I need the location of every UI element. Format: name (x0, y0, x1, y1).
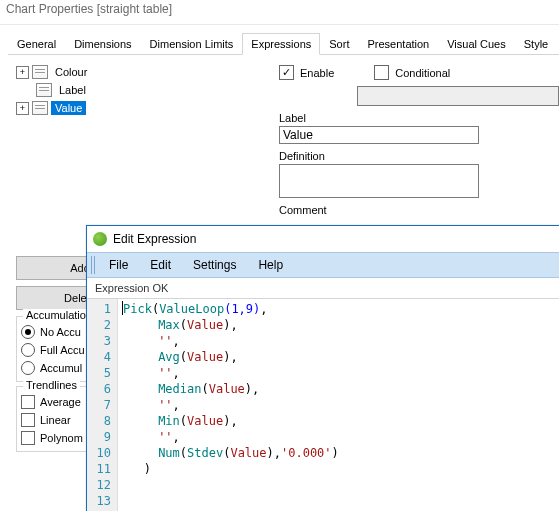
radio-icon (21, 361, 35, 375)
menu-file[interactable]: File (99, 256, 138, 274)
enable-label: Enable (300, 67, 334, 79)
tab-general[interactable]: General (8, 33, 65, 55)
expression-tree[interactable]: + Colour Label + Value (16, 63, 279, 218)
table-icon (36, 83, 52, 97)
tab-dimension-limits[interactable]: Dimension Limits (141, 33, 243, 55)
label-label: Label (279, 112, 559, 124)
opt-label: Linear (40, 414, 71, 426)
table-icon (32, 65, 48, 79)
tree-label: Label (55, 83, 90, 97)
ee-status: Expression OK (87, 278, 559, 298)
tab-expressions[interactable]: Expressions (242, 33, 320, 55)
line-gutter: 12345678910111213 (87, 299, 118, 511)
conditional-checkbox[interactable] (374, 65, 389, 80)
radio-icon (21, 343, 35, 357)
checkbox-icon (21, 413, 35, 427)
grip-icon (91, 256, 97, 274)
conditional-input[interactable] (357, 86, 559, 106)
menu-edit[interactable]: Edit (140, 256, 181, 274)
menu-settings[interactable]: Settings (183, 256, 246, 274)
tab-sort[interactable]: Sort (320, 33, 358, 55)
opt-label: Accumul (40, 362, 82, 374)
tab-visual-cues[interactable]: Visual Cues (438, 33, 515, 55)
tree-label: Colour (51, 65, 91, 79)
tab-dimensions[interactable]: Dimensions (65, 33, 140, 55)
opt-label: Full Accu (40, 344, 85, 356)
tree-item-value[interactable]: + Value (16, 99, 279, 117)
opt-label: No Accu (40, 326, 81, 338)
window-title: Chart Properties [straight table] (0, 0, 559, 25)
conditional-label: Conditional (395, 67, 450, 79)
enable-checkbox[interactable]: ✓ (279, 65, 294, 80)
label-input[interactable]: Value (279, 126, 479, 144)
app-icon (93, 232, 107, 246)
expand-icon[interactable]: + (16, 66, 29, 79)
tree-label: Value (51, 101, 86, 115)
tab-style[interactable]: Style (515, 33, 557, 55)
opt-label: Polynom (40, 432, 83, 444)
edit-expression-window: Edit Expression File Edit Settings Help … (86, 225, 559, 511)
code-editor[interactable]: Pick(ValueLoop(1,9), Max(Value), '', Avg… (118, 299, 559, 511)
radio-icon (21, 325, 35, 339)
expand-icon[interactable]: + (16, 102, 29, 115)
group-title: Trendlines (23, 379, 80, 391)
checkbox-icon (21, 395, 35, 409)
tab-bar: General Dimensions Dimension Limits Expr… (8, 33, 559, 55)
definition-input[interactable] (279, 164, 479, 198)
ee-titlebar[interactable]: Edit Expression (87, 226, 559, 252)
menu-help[interactable]: Help (248, 256, 293, 274)
table-icon (32, 101, 48, 115)
tree-item-label[interactable]: Label (16, 81, 279, 99)
ee-menubar: File Edit Settings Help (87, 252, 559, 278)
checkbox-icon (21, 431, 35, 445)
opt-label: Average (40, 396, 81, 408)
definition-label: Definition (279, 150, 559, 162)
ee-title-text: Edit Expression (113, 232, 196, 246)
tab-presentation[interactable]: Presentation (358, 33, 438, 55)
tree-item-colour[interactable]: + Colour (16, 63, 279, 81)
group-title: Accumulatio (23, 309, 89, 321)
comment-label: Comment (279, 204, 559, 216)
